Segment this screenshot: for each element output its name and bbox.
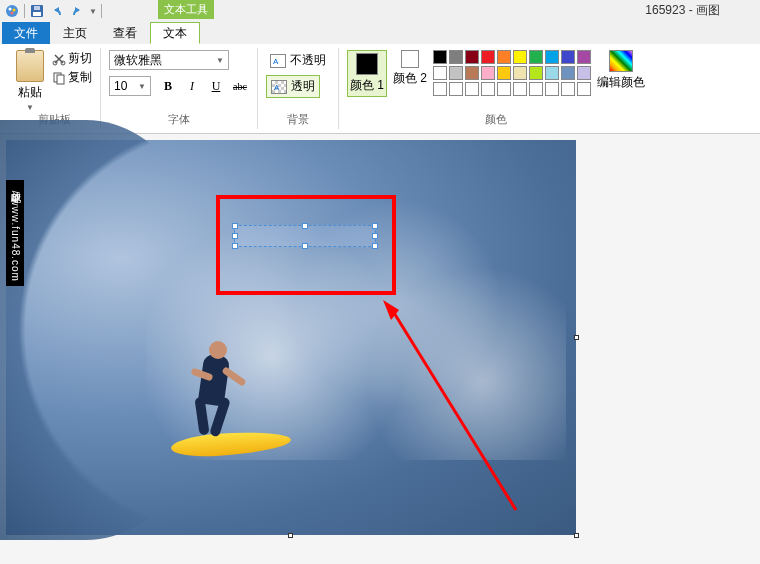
color-swatch[interactable] [433,82,447,96]
edit-colors-button[interactable]: 编辑颜色 [597,50,645,91]
canvas-area: 放肆吧 / www.fun48.com [0,134,760,564]
color-swatch[interactable] [513,50,527,64]
color-swatch[interactable] [577,66,591,80]
color-swatch[interactable] [561,66,575,80]
opaque-icon: A [270,54,286,68]
color2-label: 颜色 2 [393,70,427,87]
group-font: 微软雅黑 ▼ 10 ▼ B I U abc 字体 [101,48,258,129]
watermark: 放肆吧 / www.fun48.com [6,180,24,286]
resize-handle[interactable] [232,223,238,229]
color1-button[interactable]: 颜色 1 [347,50,387,97]
context-tab-label: 文本工具 [158,0,214,19]
tab-text[interactable]: 文本 [150,22,200,44]
color-swatch[interactable] [513,66,527,80]
bg-transparent-button[interactable]: A 透明 [266,75,320,98]
color-swatch[interactable] [577,82,591,96]
color-swatch[interactable] [545,66,559,80]
color2-button[interactable]: 颜色 2 [393,50,427,87]
qat-dropdown-icon[interactable]: ▼ [89,7,97,16]
color-swatch[interactable] [481,66,495,80]
edit-colors-label: 编辑颜色 [597,74,645,91]
transparent-icon: A [271,80,287,94]
color-swatch[interactable] [545,82,559,96]
color-swatch[interactable] [449,50,463,64]
resize-handle[interactable] [372,223,378,229]
window-title: 165923 - 画图 [645,2,720,19]
ribbon-tabs: 文件 主页 查看 文本 [0,22,760,44]
ribbon: 粘贴 ▼ 剪切 复制 剪贴板 微软雅黑 ▼ [0,44,760,134]
color-swatch[interactable] [529,50,543,64]
color-swatch[interactable] [561,50,575,64]
bg-opaque-button[interactable]: A 不透明 [266,50,330,71]
tab-file[interactable]: 文件 [2,22,50,44]
resize-handle[interactable] [372,243,378,249]
color-swatch[interactable] [513,82,527,96]
svg-point-0 [6,5,18,17]
dropdown-icon: ▼ [216,56,224,65]
color-swatch[interactable] [465,82,479,96]
group-label-bg: 背景 [287,112,309,129]
svg-point-1 [9,8,12,11]
font-size-select[interactable]: 10 ▼ [109,76,151,96]
strike-button[interactable]: abc [231,77,249,95]
image-surfer [161,335,271,485]
resize-handle[interactable] [232,233,238,239]
text-input-box[interactable] [234,225,376,247]
undo-icon[interactable] [49,3,65,19]
color-swatch[interactable] [481,82,495,96]
color-swatch[interactable] [481,50,495,64]
tab-view[interactable]: 查看 [100,22,150,44]
color-swatch[interactable] [449,66,463,80]
color-palette [433,50,591,96]
canvas-resize-handle[interactable] [574,533,579,538]
canvas-resize-handle[interactable] [288,533,293,538]
redo-icon[interactable] [69,3,85,19]
separator [101,4,102,18]
color-swatch[interactable] [449,82,463,96]
color-swatch[interactable] [497,82,511,96]
bold-button[interactable]: B [159,77,177,95]
svg-rect-5 [33,12,41,16]
resize-handle[interactable] [302,243,308,249]
group-colors: 颜色 1 颜色 2 编辑颜色 颜色 [339,48,653,129]
italic-button[interactable]: I [183,77,201,95]
svg-rect-10 [57,75,64,84]
color-swatch[interactable] [465,66,479,80]
group-background: A 不透明 A 透明 背景 [258,48,339,129]
copy-button[interactable]: 复制 [52,69,92,86]
rainbow-icon [609,50,633,72]
color-swatch[interactable] [433,66,447,80]
resize-handle[interactable] [232,243,238,249]
color-swatch[interactable] [433,50,447,64]
save-icon[interactable] [29,3,45,19]
svg-point-3 [11,12,14,15]
svg-rect-6 [34,6,40,10]
canvas[interactable]: 放肆吧 / www.fun48.com [6,140,576,535]
bg-transparent-label: 透明 [291,78,315,95]
separator [24,4,25,18]
color-swatch[interactable] [529,82,543,96]
clipboard-icon [16,50,44,82]
font-name-select[interactable]: 微软雅黑 ▼ [109,50,229,70]
cut-button[interactable]: 剪切 [52,50,92,67]
paste-button[interactable]: 粘贴 ▼ [16,50,44,112]
canvas-resize-handle[interactable] [574,335,579,340]
color-swatch[interactable] [529,66,543,80]
color1-label: 颜色 1 [350,77,384,94]
resize-handle[interactable] [302,223,308,229]
font-name-value: 微软雅黑 [114,52,162,69]
underline-button[interactable]: U [207,77,225,95]
tab-home[interactable]: 主页 [50,22,100,44]
color2-swatch [401,50,419,68]
color-swatch[interactable] [577,50,591,64]
color-swatch[interactable] [545,50,559,64]
color1-swatch [356,53,378,75]
color-swatch[interactable] [465,50,479,64]
resize-handle[interactable] [372,233,378,239]
color-swatch[interactable] [497,50,511,64]
color-swatch[interactable] [497,66,511,80]
copy-icon [52,71,66,85]
paste-label: 粘贴 [18,84,42,101]
bg-opaque-label: 不透明 [290,52,326,69]
color-swatch[interactable] [561,82,575,96]
